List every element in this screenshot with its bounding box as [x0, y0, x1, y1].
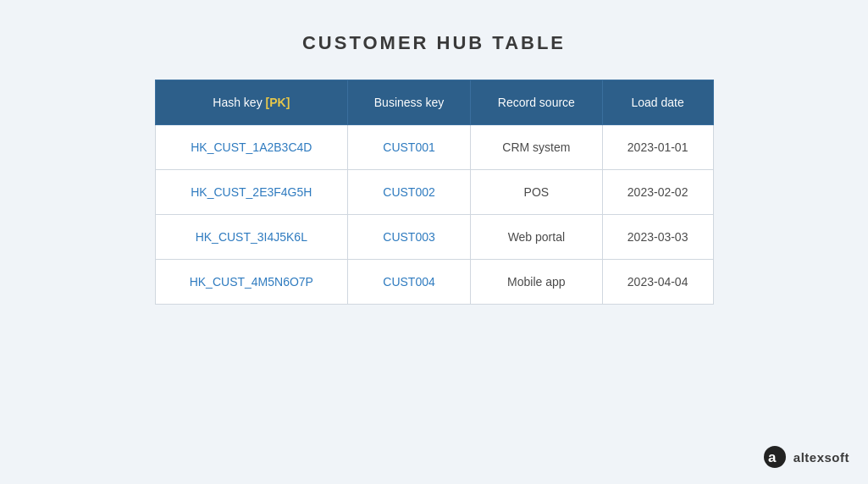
pk-label: [PK] [266, 96, 290, 109]
customer-hub-table: Hash key [PK] Business key Record source… [155, 80, 714, 305]
cell-load-date: 2023-02-02 [602, 170, 713, 215]
cell-hash-key: HK_CUST_1A2B3C4D [155, 125, 348, 170]
cell-business-key: CUST004 [348, 260, 471, 305]
page-title: CUSTOMER HUB TABLE [302, 32, 566, 54]
table-container: Hash key [PK] Business key Record source… [155, 80, 714, 305]
table-row: HK_CUST_3I4J5K6LCUST003Web portal2023-03… [155, 215, 713, 260]
cell-record-source: Mobile app [470, 260, 602, 305]
col-header-hash-key: Hash key [PK] [155, 80, 348, 125]
cell-record-source: POS [470, 170, 602, 215]
cell-load-date: 2023-01-01 [602, 125, 713, 170]
cell-business-key: CUST001 [348, 125, 471, 170]
altexsoft-logo-icon: a [763, 445, 787, 469]
cell-hash-key: HK_CUST_4M5N6O7P [155, 260, 348, 305]
table-row: HK_CUST_2E3F4G5HCUST002POS2023-02-02 [155, 170, 713, 215]
col-header-record-source: Record source [470, 80, 602, 125]
cell-hash-key: HK_CUST_2E3F4G5H [155, 170, 348, 215]
cell-load-date: 2023-04-04 [602, 260, 713, 305]
cell-record-source: Web portal [470, 215, 602, 260]
svg-text:a: a [768, 449, 777, 465]
table-row: HK_CUST_4M5N6O7PCUST004Mobile app2023-04… [155, 260, 713, 305]
cell-record-source: CRM system [470, 125, 602, 170]
col-header-business-key: Business key [348, 80, 471, 125]
col-header-load-date: Load date [602, 80, 713, 125]
table-header-row: Hash key [PK] Business key Record source… [155, 80, 713, 125]
table-row: HK_CUST_1A2B3C4DCUST001CRM system2023-01… [155, 125, 713, 170]
cell-hash-key: HK_CUST_3I4J5K6L [155, 215, 348, 260]
cell-business-key: CUST002 [348, 170, 471, 215]
cell-business-key: CUST003 [348, 215, 471, 260]
cell-load-date: 2023-03-03 [602, 215, 713, 260]
logo-text: altexsoft [793, 450, 849, 465]
logo-area: a altexsoft [763, 445, 849, 469]
